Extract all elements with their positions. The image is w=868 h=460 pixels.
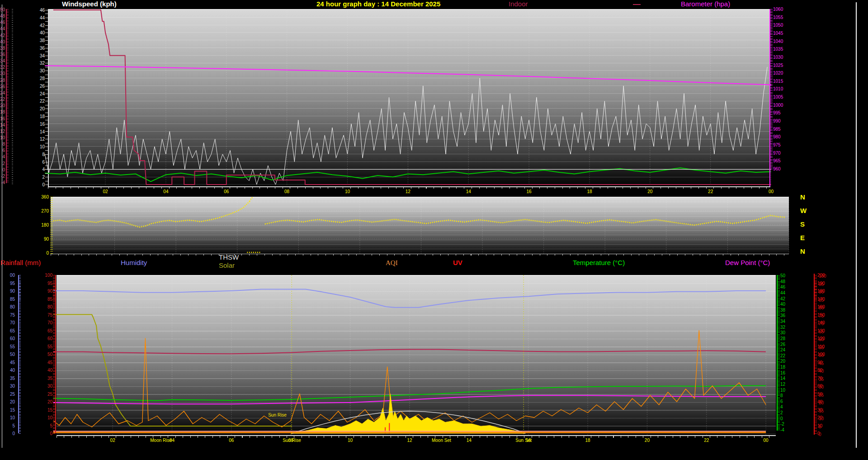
clipped-axis-label: 0 (0, 167, 5, 172)
bottom-hour-label: 06 (222, 438, 241, 443)
outer-right-axis-label-b: 70 (819, 321, 824, 326)
sunset-label: Sun Set (514, 438, 533, 443)
barometer-axis-label: 1040 (773, 39, 783, 44)
clipped-axis-label: 14 (0, 123, 5, 128)
temperature-axis-ticks (778, 275, 780, 430)
clipped-axis-label: 44 (0, 26, 5, 31)
clipped-axis-label: 46 (0, 20, 5, 25)
temperature-axis-label: 28 (780, 336, 785, 341)
temperature-axis-label: -2 (780, 422, 784, 427)
percent-axis-label: 0 (39, 431, 52, 436)
bottom-hour-label: 20 (638, 438, 656, 443)
direction-axis-label: 180 (35, 223, 49, 228)
clipped-axis-label: 80 (10, 304, 15, 309)
temperature-axis-label: 36 (780, 313, 785, 318)
clipped-axis-label: 75 (10, 313, 15, 318)
windspeed-axis-label: 20 (31, 106, 45, 111)
percent-axis-label: 25 (39, 392, 52, 397)
barometer-axis-label: 975 (773, 142, 781, 147)
windspeed-axis-label: 46 (31, 8, 45, 13)
compass-letter: W (800, 207, 807, 214)
direction-axis-ticks (50, 197, 53, 254)
wind-direction-plot-series (51, 197, 789, 253)
clipped-axis-label: 20 (0, 103, 5, 108)
outer-right-axis-label-b: 85 (819, 298, 824, 303)
outer-right-axis-label-b: 35 (819, 377, 824, 382)
windspeed-axis-label: 0 (31, 182, 45, 187)
top-hour-label: 00 (762, 189, 780, 194)
barometer-axis-label: 1025 (773, 63, 783, 68)
barometer-axis-label: 1060 (773, 7, 783, 12)
percent-axis-label: 35 (39, 376, 52, 381)
windspeed-plot-series (48, 9, 769, 186)
temperature-axis-label: 42 (780, 296, 785, 301)
clipped-axis-label: 4 (0, 154, 5, 159)
outer-right-axis-label-b: 5 (819, 424, 821, 429)
barometer-axis-label: 1030 (773, 55, 783, 60)
bottom-hour-label: 10 (341, 438, 359, 443)
clipped-axis-label: -2 (0, 174, 5, 179)
top-hour-label: 02 (96, 189, 114, 194)
compass-letter: S (800, 221, 805, 228)
generated-layer: 5048464442403836343230282624222018161412… (0, 0, 868, 460)
top-hour-label: 16 (520, 189, 538, 194)
temperature-axis-label: 40 (780, 302, 785, 307)
outer-right-axis-label-b: 0 (819, 432, 821, 437)
top-hour-label: 22 (702, 189, 720, 194)
windspeed-axis-label: 4 (31, 167, 45, 172)
windspeed-axis-label: 24 (31, 91, 45, 96)
clipped-axis-label: 20 (10, 399, 15, 404)
windspeed-axis-ticks (45, 10, 48, 185)
clipped-axis-label: 55 (10, 344, 15, 349)
windspeed-axis-label: 26 (31, 84, 45, 89)
bottom-hour-label: 00 (757, 438, 775, 443)
outer-right-axis-label-b: 80 (819, 305, 824, 310)
barometer-axis-label: 1045 (773, 31, 783, 36)
top-hour-label: 06 (217, 189, 236, 194)
barometer-axis-label: 990 (773, 119, 781, 123)
clipped-axis-label: 12 (0, 129, 5, 134)
temperature-axis-label: 16 (780, 370, 785, 375)
clipped-axis-label: 40 (0, 39, 5, 44)
percent-axis-label: 40 (39, 368, 52, 373)
percent-axis-label: 80 (39, 304, 52, 309)
barometer-axis-label: 1055 (773, 15, 783, 20)
percent-axis-label: 45 (39, 360, 52, 365)
outer-right-axis-label-b: 20 (819, 400, 824, 405)
windspeed-axis-label: 40 (31, 30, 45, 35)
percent-axis-label: 60 (39, 336, 52, 341)
outer-right-axis-label-b: 10 (819, 416, 824, 421)
clipped-axis-label: 26 (0, 84, 5, 89)
direction-axis-label: 90 (35, 237, 49, 242)
barometer-axis-label: 985 (773, 127, 781, 132)
windspeed-axis-label: 18 (31, 114, 45, 119)
barometer-axis-label: 965 (773, 158, 781, 163)
clipped-axis-label: 38 (0, 46, 5, 51)
clipped-axis-label: 100 (10, 273, 15, 278)
clipped-axis-label: 45 (10, 360, 15, 365)
windspeed-axis-label: 32 (31, 61, 45, 66)
direction-axis-label: 360 (35, 194, 49, 199)
temperature-axis-label: 0 (780, 416, 783, 421)
windspeed-axis-label: 8 (31, 152, 45, 157)
clipped-axis-label: 0 (10, 431, 15, 436)
percent-axis-label: 90 (39, 289, 52, 294)
temperature-axis-label: 2 (780, 410, 783, 415)
clipped-axis-label: 32 (0, 65, 5, 70)
outer-right-axis-label-b: 45 (819, 361, 824, 366)
outer-right-axis-label-b: 40 (819, 369, 824, 374)
clipped-axis-label: 25 (10, 392, 15, 397)
barometer-axis-label: 1035 (773, 47, 783, 52)
bottom-hour-label: 22 (698, 438, 716, 443)
outer-right-axis-label-b: 60 (819, 337, 824, 342)
outer-right-axis-label-b: 55 (819, 345, 824, 350)
temperature-axis-label: 6 (780, 399, 783, 404)
percent-axis-label: 65 (39, 328, 52, 333)
clipped-axis-label: 90 (10, 289, 15, 294)
temperature-axis-label: 38 (780, 308, 785, 313)
clipped-axis-label: 34 (0, 58, 5, 63)
temperature-axis-label: 32 (780, 325, 785, 330)
clipped-axis-label: 2 (0, 161, 5, 166)
moonrise-label: Moon Rise (150, 438, 168, 443)
direction-axis-label: 0 (35, 251, 49, 256)
